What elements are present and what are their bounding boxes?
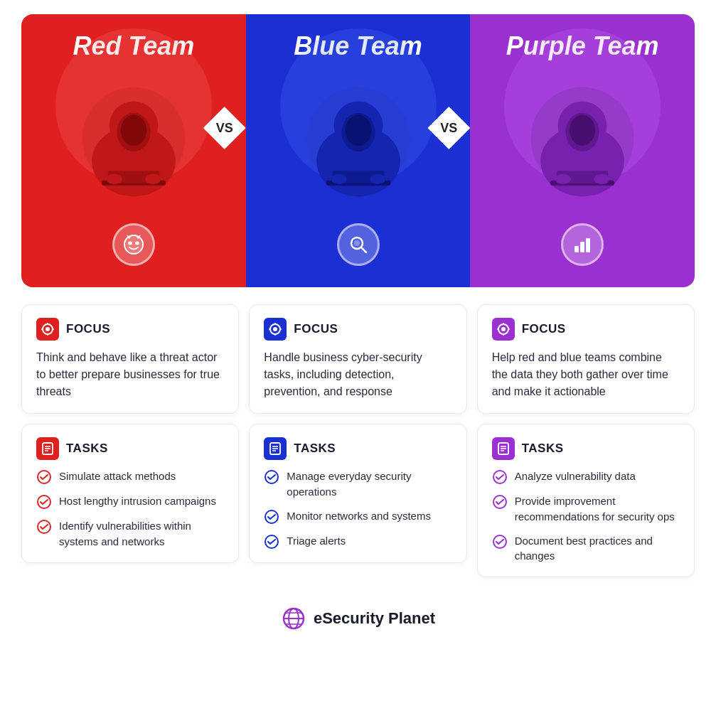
svg-point-8 [145,174,161,184]
purple-task-1-text: Analyze vulnerability data [515,469,636,484]
red-task-3: Identify vulnerabilities within systems … [36,518,224,550]
purple-focus-text: Help red and blue teams combine the data… [492,349,680,400]
purple-focus-card: FOCUS Help red and blue teams combine th… [477,304,695,414]
svg-point-18 [345,114,370,145]
footer-brand: eSecurity Planet [314,609,435,628]
red-team-badge [112,223,155,266]
red-tasks-title: TASKS [66,441,108,456]
red-task-3-text: Identify vulnerabilities within systems … [59,518,224,550]
svg-point-34 [594,174,609,184]
svg-point-11 [135,242,139,245]
footer: eSecurity Planet [21,594,695,646]
svg-point-21 [331,174,347,184]
purple-tasks-card: TASKS Analyze vulnerability data Provide… [477,424,695,577]
blue-tasks-icon [264,437,287,460]
blue-focus-text: Handle business cyber-security tasks, in… [264,349,451,400]
blue-focus-title: FOCUS [294,322,338,336]
red-tasks-label: TASKS [36,437,224,460]
svg-point-10 [128,242,132,245]
svg-point-24 [354,240,360,246]
red-tasks-card: TASKS Simulate attack methods Host lengt… [21,424,239,563]
hero-blue-team: Blue Team [246,14,471,287]
blue-team-hacker [294,74,422,216]
red-task-2-text: Host lengthy intrusion campaigns [59,493,216,509]
red-focus-label: FOCUS [36,318,224,341]
blue-column: FOCUS Handle business cyber-security tas… [249,304,466,577]
svg-point-65 [501,327,506,331]
svg-rect-37 [586,238,590,252]
purple-tasks-label: TASKS [492,437,680,460]
blue-tasks-title: TASKS [294,441,336,456]
blue-task-3: Triage alerts [264,533,451,550]
svg-point-22 [370,174,385,184]
svg-rect-36 [580,242,584,252]
red-column: FOCUS Think and behave like a threat act… [21,304,239,577]
content-grid: FOCUS Think and behave like a threat act… [21,304,695,577]
purple-team-badge [561,223,604,266]
purple-focus-title: FOCUS [522,322,566,336]
red-focus-card: FOCUS Think and behave like a threat act… [21,304,239,414]
main-container: Red Team [0,0,716,653]
purple-task-2-text: Provide improvement recommendations for … [515,493,680,525]
blue-task-1: Manage everyday security operations [264,469,451,500]
purple-focus-icon [492,318,515,341]
blue-focus-icon [264,318,287,341]
red-task-2: Host lengthy intrusion campaigns [36,493,224,510]
purple-task-1: Analyze vulnerability data [492,469,680,485]
footer-logo-icon [281,606,306,631]
red-tasks-icon [36,437,59,460]
red-team-hacker [70,74,198,216]
blue-tasks-card: TASKS Manage everyday security operation… [249,424,466,563]
blue-task-3-text: Triage alerts [287,533,346,549]
blue-task-1-text: Manage everyday security operations [287,469,451,500]
red-task-1-text: Simulate attack methods [59,469,176,484]
purple-tasks-icon [492,437,515,460]
blue-focus-label: FOCUS [264,318,451,341]
red-task-1: Simulate attack methods [36,469,224,485]
blue-tasks-label: TASKS [264,437,451,460]
svg-point-7 [107,174,122,184]
purple-column: FOCUS Help red and blue teams combine th… [477,304,695,577]
purple-task-3-text: Document best practices and changes [515,533,680,564]
hero-section: Red Team [21,14,695,287]
svg-point-9 [124,235,143,254]
blue-focus-card: FOCUS Handle business cyber-security tas… [249,304,466,414]
red-focus-text: Think and behave like a threat actor to … [36,349,224,400]
blue-task-2-text: Monitor networks and systems [287,508,431,524]
svg-point-4 [121,114,146,145]
svg-point-52 [273,327,277,331]
purple-focus-label: FOCUS [492,318,680,341]
red-focus-icon [36,318,59,341]
purple-task-2: Provide improvement recommendations for … [492,493,680,525]
svg-point-33 [555,174,571,184]
red-focus-title: FOCUS [66,322,110,336]
purple-tasks-title: TASKS [522,441,564,456]
svg-point-39 [46,327,50,331]
purple-team-hacker [518,74,646,216]
svg-line-25 [361,247,366,252]
svg-rect-35 [575,246,579,252]
blue-team-badge [337,223,380,266]
hero-red-team: Red Team [21,14,246,287]
blue-task-2: Monitor networks and systems [264,508,451,525]
purple-task-3: Document best practices and changes [492,533,680,564]
hero-purple-team: Purple Team [470,14,695,287]
svg-point-30 [570,114,595,145]
